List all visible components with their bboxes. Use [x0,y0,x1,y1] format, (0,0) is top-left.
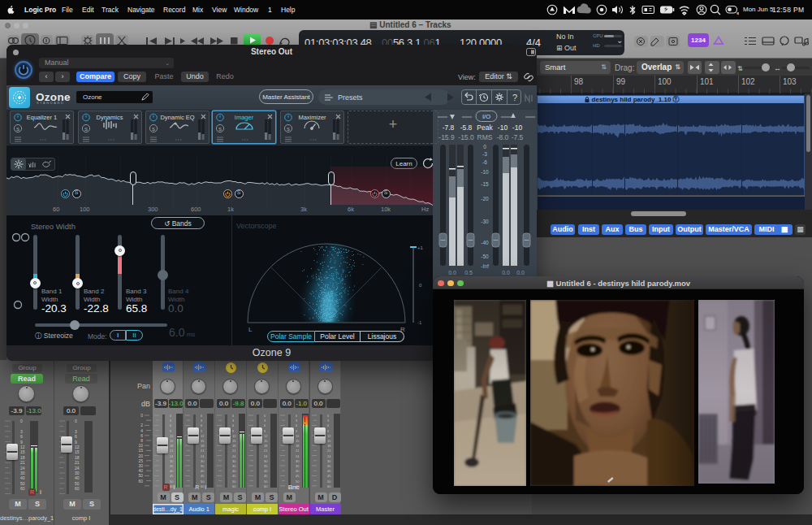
svg-text:3: 3 [327,419,330,423]
svg-text:RMS: RMS [477,133,493,141]
svg-text:35: 35 [327,464,331,468]
svg-text:0: 0 [75,419,77,423]
svg-text:-6: -6 [482,159,487,165]
svg-text:45: 45 [296,474,300,478]
svg-text:12: 12 [75,445,80,449]
svg-text:21: 21 [20,460,25,465]
svg-text:50: 50 [201,479,205,484]
svg-text:98: 98 [574,77,584,86]
svg-text:-5.8: -5.8 [460,124,473,132]
svg-text:15: 15 [264,439,268,443]
svg-text:-10: -10 [481,169,489,175]
svg-text:21: 21 [201,449,205,453]
svg-text:6: 6 [327,423,330,427]
svg-text:103: 103 [783,77,797,86]
svg-text:0.5: 0.5 [464,270,473,276]
svg-text:3: 3 [264,419,266,423]
svg-text:3: 3 [20,429,23,434]
svg-text:12: 12 [264,434,268,438]
svg-text:50: 50 [264,479,268,484]
svg-text:30: 30 [138,463,143,468]
svg-text:35: 35 [264,464,268,468]
svg-text:0: 0 [140,413,143,418]
svg-text:6: 6 [20,434,23,439]
svg-text:30: 30 [327,459,331,463]
svg-text:24: 24 [20,466,25,471]
svg-text:12: 12 [327,434,331,438]
svg-text:40: 40 [296,469,300,473]
svg-text:6: 6 [170,423,172,427]
svg-text:40: 40 [138,468,143,473]
svg-text:0.0: 0.0 [448,270,456,276]
svg-text:9: 9 [170,429,172,433]
svg-text:0: 0 [327,414,330,418]
svg-text:21: 21 [296,449,300,453]
svg-text:-8.0: -8.0 [497,133,509,141]
svg-text:18: 18 [75,455,80,460]
svg-text:18: 18 [201,444,205,448]
svg-text:30: 30 [75,471,80,475]
svg-text:18: 18 [232,444,236,448]
svg-text:25: 25 [138,458,143,463]
svg-text:35: 35 [232,464,236,468]
svg-text:S: S [152,127,155,132]
svg-text:0: 0 [232,414,235,418]
svg-text:21: 21 [327,449,331,453]
svg-text:35: 35 [170,464,174,468]
svg-text:50: 50 [20,481,25,486]
svg-text:6: 6 [264,423,266,427]
svg-text:6: 6 [75,434,77,439]
svg-text:40: 40 [170,469,174,473]
svg-text:-7.5: -7.5 [512,133,524,141]
svg-text:24: 24 [264,454,268,458]
svg-text:20: 20 [138,453,143,458]
svg-text:9: 9 [296,429,298,433]
svg-text:Peak: Peak [477,124,493,132]
svg-text:45: 45 [232,474,236,478]
svg-text:S: S [16,127,19,132]
svg-text:101: 101 [700,77,714,86]
svg-text:2: 2 [140,423,143,427]
svg-text:-Inf: -Inf [481,263,489,269]
svg-text:60: 60 [264,484,268,488]
svg-text:6: 6 [296,423,298,427]
svg-text:12: 12 [296,434,300,438]
svg-text:S: S [287,127,290,132]
svg-text:S: S [84,127,88,132]
svg-text:12: 12 [201,434,205,438]
svg-text:-30: -30 [481,219,489,224]
svg-text:35: 35 [296,464,300,468]
svg-text:15: 15 [75,449,80,454]
svg-text:40: 40 [232,469,236,473]
svg-text:-40: -40 [481,240,489,245]
svg-text:50: 50 [170,479,174,484]
svg-text:L: L [248,326,253,333]
svg-text:-15.0: -15.0 [458,133,474,141]
svg-text:10: 10 [138,443,143,448]
svg-text:0: 0 [296,414,298,418]
svg-text:18: 18 [20,455,25,460]
svg-text:30: 30 [170,459,174,463]
svg-text:-10: -10 [498,124,508,132]
svg-text:60: 60 [232,484,236,488]
svg-text:9: 9 [264,429,266,433]
svg-text:12: 12 [170,434,174,438]
svg-text:9: 9 [327,429,330,433]
svg-text:0: 0 [170,414,172,418]
svg-text:3: 3 [201,419,203,423]
svg-text:9: 9 [201,429,203,433]
svg-text:-10: -10 [512,124,523,132]
svg-text:9: 9 [232,429,235,433]
svg-text:50: 50 [138,473,143,478]
svg-text:40: 40 [75,475,80,480]
svg-text:-15: -15 [481,181,489,187]
svg-text:21: 21 [232,449,236,453]
svg-text:45: 45 [327,474,331,478]
svg-text:40: 40 [201,469,205,473]
svg-text:-20: -20 [481,196,489,202]
svg-text:18: 18 [327,444,331,448]
svg-text:45: 45 [170,474,174,478]
svg-text:35: 35 [201,464,205,468]
svg-text:I/O: I/O [482,113,490,120]
svg-text:45: 45 [201,474,205,478]
